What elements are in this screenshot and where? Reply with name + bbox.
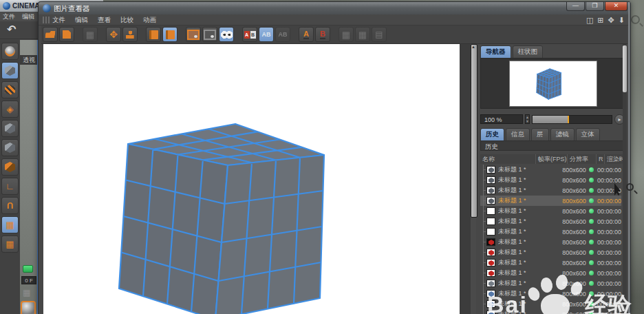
material-ball[interactable]	[21, 301, 36, 314]
history-row[interactable]: 未标题 1 *800x60000:00:00	[480, 247, 621, 258]
cube-object-icon[interactable]	[1, 62, 19, 79]
viewer-titlebar[interactable]: 图片查看器	[39, 2, 630, 14]
cube-polygons-icon[interactable]	[1, 158, 19, 176]
tab-history-信息[interactable]: 信息	[506, 128, 530, 141]
zoom-slider[interactable]	[532, 115, 612, 124]
history-row[interactable]: 未标题 1 *800x60000:00:00	[480, 165, 621, 175]
column-resolution[interactable]: 分辨率	[567, 154, 596, 164]
collapse-panel-icon[interactable]: ⬇	[619, 16, 625, 25]
tab-history-层[interactable]: 层	[531, 128, 549, 141]
fit-to-screen-icon[interactable]: ✥	[106, 27, 121, 42]
history-row[interactable]: 未标题 1 *800x60000:00:00	[480, 299, 621, 309]
menubar-grip[interactable]	[43, 17, 50, 23]
move-panel-icon[interactable]: ✥	[608, 16, 614, 25]
ab-overlay-icon: AB	[275, 27, 290, 42]
menu-item[interactable]: 比较	[120, 16, 133, 23]
tab-history-历史[interactable]: 历史	[480, 128, 504, 141]
frame-a-icon[interactable]	[186, 27, 201, 42]
menu-item[interactable]: 编辑	[22, 13, 34, 20]
undo-icon[interactable]: ↶	[7, 23, 16, 36]
viewport-strip	[20, 40, 37, 314]
render-view-icon[interactable]	[1, 43, 19, 60]
save-file-icon[interactable]	[59, 27, 74, 42]
history-row[interactable]: 未标题 1 *800x60000:00:00	[480, 237, 621, 247]
history-row[interactable]: 未标题 1 *800x60000:00:00	[480, 278, 621, 289]
menu-item[interactable]: 文件	[52, 16, 65, 23]
scroll-up-icon[interactable]: ▲	[471, 45, 475, 49]
axis-icon[interactable]: ∟	[1, 178, 19, 195]
history-row[interactable]: 未标题 1 *800x60000:00:00	[480, 309, 621, 314]
history-row[interactable]: 未标题 1 *800x60000:00:00	[480, 206, 621, 216]
grid-lock-icon[interactable]: ▦	[1, 216, 19, 233]
tree-connector	[480, 196, 486, 206]
tab-history-立体[interactable]: 立体	[576, 128, 600, 141]
menu-item[interactable]: 编辑	[75, 16, 88, 23]
cube-edges-icon[interactable]	[1, 139, 19, 156]
minimize-button[interactable]: —	[566, 2, 585, 11]
navigator-preview[interactable]	[480, 58, 625, 109]
panel-scrollbar[interactable]	[623, 44, 627, 314]
animation-toggle[interactable]	[23, 265, 33, 273]
close-button[interactable]: ✕	[605, 2, 627, 11]
ab-compare-icon[interactable]: AB	[242, 27, 257, 42]
history-row[interactable]: 未标题 1 *800x60000:00:00	[480, 289, 621, 299]
history-rows: 未标题 1 *800x60000:00:00未标题 1 *800x60000:0…	[480, 165, 621, 314]
history-row[interactable]: 未标题 1 *800x60000:00:00	[480, 185, 621, 196]
column-rendertime[interactable]: 渲染时间	[604, 154, 625, 164]
menu-item[interactable]: 查看	[98, 16, 111, 23]
render-time: 00:00:00	[597, 301, 621, 308]
history-row[interactable]: 未标题 1 *800x60000:00:00	[480, 227, 621, 237]
render-resolution: 800x600	[562, 187, 589, 194]
panel-toggle-icon[interactable]: ◫	[586, 16, 593, 25]
frame-field[interactable]: 0 F	[21, 276, 36, 284]
history-row[interactable]: 未标题 1 *800x60000:00:00	[480, 175, 621, 185]
original-size-icon[interactable]	[122, 27, 138, 42]
column-r[interactable]: R	[596, 154, 604, 164]
canvas-scrollbar[interactable]: ▲	[471, 44, 476, 314]
dock-window-icon[interactable]: ⊞	[597, 16, 603, 25]
column-fps[interactable]: 帧率(FPS)	[535, 154, 567, 164]
set-image-b-icon[interactable]: B	[315, 27, 330, 42]
render-name: 未标题 1 *	[498, 279, 537, 288]
maximize-button[interactable]: ❐	[586, 2, 604, 11]
render-thumbnail	[486, 228, 495, 236]
magnet-icon[interactable]: U	[1, 197, 19, 214]
tree-connector	[480, 268, 486, 278]
status-dot	[589, 270, 597, 277]
history-row[interactable]: 未标题 1 *800x60000:00:00	[480, 268, 621, 278]
viewport-label[interactable]: 透视	[20, 55, 38, 65]
menu-item[interactable]: 动画	[143, 16, 156, 23]
zoom-stepper[interactable]: ▲▼	[525, 114, 530, 124]
ab-split-icon[interactable]: AB	[259, 27, 274, 42]
tree-connector	[480, 309, 486, 314]
render-canvas[interactable]	[43, 44, 460, 314]
plane-object-icon[interactable]: ◈	[1, 101, 19, 118]
set-image-a-icon[interactable]: A	[299, 27, 314, 42]
open-file-icon[interactable]	[43, 27, 58, 42]
picture-viewer-window: 图片查看器 — ❐ ✕ 文件编辑查看比较动画 ◫⊞✥⬇ ▦✥ABABABAB▦▦…	[38, 1, 631, 314]
memory-cache-icon: ▦	[83, 27, 98, 42]
cube-checker-icon[interactable]	[1, 81, 19, 98]
frame-b-icon[interactable]	[202, 27, 217, 42]
tab-history-滤镜[interactable]: 滤镜	[550, 128, 575, 141]
render-name: 未标题 1 *	[498, 176, 537, 185]
grid-icon: ▦	[23, 288, 30, 297]
column-name[interactable]: 名称	[480, 154, 535, 164]
zoom-input[interactable]: 100 %	[480, 114, 523, 124]
single-view-icon[interactable]	[146, 27, 161, 42]
filmstrip-view-icon[interactable]	[162, 27, 178, 42]
grid-rotate-icon[interactable]: ▦	[1, 236, 19, 253]
render-time: 00:00:00	[597, 229, 621, 236]
render-time: 00:00:00	[597, 208, 621, 215]
tab-navigator-柱状图[interactable]: 柱状图	[513, 45, 544, 59]
cube-points-icon[interactable]	[1, 120, 19, 137]
history-row[interactable]: 未标题 1 *800x60000:00:00	[480, 196, 621, 206]
history-row[interactable]: 未标题 1 *800x60000:00:00	[480, 216, 621, 227]
render-name: 未标题 1 *	[498, 310, 537, 314]
history-row[interactable]: 未标题 1 *800x60000:00:00	[480, 258, 621, 268]
compare-view-icon[interactable]	[219, 27, 234, 42]
menu-item[interactable]: 文件	[3, 13, 15, 20]
tab-navigator-导航器[interactable]: 导航器	[480, 45, 511, 59]
swap-ab-icon: ▦	[339, 27, 354, 42]
panel-splitter[interactable]	[460, 44, 471, 314]
